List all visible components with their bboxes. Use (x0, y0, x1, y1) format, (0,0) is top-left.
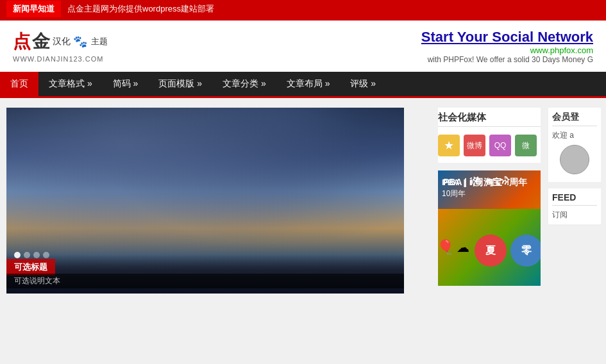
news-label[interactable]: 新闻早知道 (6, 1, 61, 17)
top-bar-slogan: 点金主题网为你提供wordpress建站部署 (67, 3, 214, 15)
member-section: 会员登 欢迎 a (548, 108, 601, 182)
slide-image (6, 108, 404, 294)
slide-dot-2[interactable] (24, 252, 30, 258)
nav-bar: 首页 文章格式 » 简码 » 页面模版 » 文章分类 » 文章布局 » 评级 » (0, 72, 606, 96)
sidebar-right: 会员登 欢迎 a FEED 订阅 (546, 108, 603, 294)
social-icons: ★ 微博 QQ 微 (438, 132, 541, 163)
social-icon-qq[interactable]: QQ (489, 135, 511, 156)
top-bar: 新闻早知道 点金主题网为你提供wordpress建站部署 (0, 0, 606, 18)
social-media-section: 社会化媒体 ★ 微博 QQ 微 (438, 108, 541, 163)
logo-jin: 金 (32, 29, 50, 54)
slide-dot-1[interactable] (14, 252, 21, 258)
slide-dot-3[interactable] (33, 252, 40, 258)
feed-section: FEED 订阅 (548, 188, 601, 224)
nav-item-page-template[interactable]: 页面模版 » (148, 72, 212, 96)
feed-title: FEED (552, 192, 597, 206)
ad-banner-taobao-icon: i淘 (470, 176, 483, 187)
slideshow: 可选标题 可选说明文本 (6, 108, 404, 294)
nav-item-article-layout[interactable]: 文章布局 » (276, 72, 341, 96)
slide-subtitle: 可选说明文本 (6, 274, 404, 288)
main-content: 可选标题 可选说明文本 社会化媒体 ★ 微博 QQ 微 PBA | i淘 淘宝 … (0, 98, 606, 303)
logo-zhuiti: 主题 (91, 36, 108, 47)
nav-item-shortcode[interactable]: 简码 » (103, 72, 149, 96)
ad-banner-separator: | (464, 178, 466, 187)
social-media-title: 社会化媒体 (438, 108, 541, 127)
nav-item-home[interactable]: 首页 (0, 72, 38, 96)
social-icon-weibo[interactable]: 微博 (464, 135, 485, 156)
ad-banner-pba: PBA (442, 178, 459, 187)
ad-desc: with PHPFox! We offer a solid 30 Days Mo… (421, 55, 593, 64)
nav-item-article-format[interactable]: 文章格式 » (38, 72, 103, 96)
cloud-icon: ☁ (457, 240, 469, 255)
social-icon-star[interactable]: ★ (438, 135, 460, 156)
balloon-icon: 🎈 (438, 239, 454, 256)
member-title: 会员登 (552, 112, 597, 126)
logo-main: 点 金 汉化 🐾 主题 (13, 29, 108, 54)
logo-url: WWW.DIANJIN123.COM (13, 55, 103, 63)
ad-banner-inner: 🎈 ☁ 夏 零 (438, 209, 541, 286)
content-left: 可选标题 可选说明文本 (6, 108, 433, 294)
ad-banner-taobao-label: 淘宝 (485, 178, 502, 187)
ad-circle-zero: 零 (510, 235, 541, 267)
ad-banner-anniversary: 10周年 (442, 188, 466, 199)
nav-item-article-category[interactable]: 文章分类 » (212, 72, 276, 96)
header: 点 金 汉化 🐾 主题 WWW.DIANJIN123.COM Start You… (0, 21, 606, 72)
logo-dian: 点 (13, 29, 31, 54)
nav-item-rating[interactable]: 评级 » (340, 72, 386, 96)
slide-dots (14, 252, 49, 258)
logo-area: 点 金 汉化 🐾 主题 WWW.DIANJIN123.COM (13, 29, 108, 63)
logo-paw-icon: 🐾 (73, 35, 87, 49)
member-avatar (560, 145, 589, 174)
social-icon-wechat[interactable]: 微 (515, 135, 537, 156)
member-welcome: 欢迎 a (552, 130, 597, 141)
logo-hanhua: 汉化 (53, 36, 71, 47)
feed-subscribe[interactable]: 订阅 (552, 210, 597, 220)
ad-banner[interactable]: PBA | i淘 淘宝 10周年 🎈 ☁ 夏 零 (438, 170, 541, 286)
ad-url[interactable]: www.phpfox.com (421, 46, 593, 55)
header-ad: Start Your Social Network www.phpfox.com… (421, 29, 593, 64)
slide-dot-4[interactable] (43, 252, 49, 258)
sidebar-middle: 社会化媒体 ★ 微博 QQ 微 PBA | i淘 淘宝 10周年 🎈 ☁ (433, 108, 546, 294)
ad-title[interactable]: Start Your Social Network (421, 29, 593, 46)
ad-circle-summer: 夏 (475, 235, 507, 267)
